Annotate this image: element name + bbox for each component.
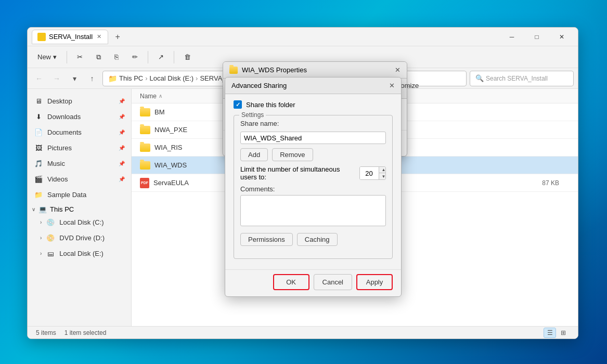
adv-close-button[interactable]: ✕ bbox=[389, 82, 395, 89]
local-e-icon: 🖴 bbox=[46, 249, 55, 258]
cut-button[interactable]: ✂ bbox=[71, 50, 88, 63]
this-pc-section[interactable]: ∨ 💻 This PC bbox=[28, 202, 131, 214]
rename-button[interactable]: ✏ bbox=[126, 50, 144, 63]
paste-button[interactable]: ⎘ bbox=[109, 50, 124, 63]
sidebar-pin-desktop: 📌 bbox=[119, 98, 125, 104]
permissions-button[interactable]: Permissions bbox=[240, 233, 293, 246]
sidebar-item-desktop[interactable]: 🖥 Desktop 📌 bbox=[28, 93, 131, 109]
sidebar-item-dvd-d[interactable]: › 📀 DVD Drive (D:) bbox=[28, 230, 131, 245]
sidebar-label-local-e: Local Disk (E:) bbox=[59, 250, 104, 257]
share-checkbox[interactable]: ✓ bbox=[234, 100, 242, 109]
sidebar-item-documents[interactable]: 📄 Documents 📌 bbox=[28, 124, 131, 140]
sidebar-label-local-c: Local Disk (C:) bbox=[59, 218, 104, 226]
tab-close-button[interactable]: ✕ bbox=[96, 32, 102, 41]
add-button[interactable]: Add bbox=[240, 148, 268, 161]
new-dropdown-icon: ▾ bbox=[53, 53, 57, 61]
sidebar-label-music: Music bbox=[47, 160, 65, 167]
folder-icon-bm bbox=[140, 108, 150, 116]
path-folder-icon: 📁 bbox=[108, 74, 117, 83]
pdf-icon-serva-eula: PDF bbox=[140, 178, 149, 188]
window-controls: ─ □ ✕ bbox=[500, 28, 574, 46]
copy-button[interactable]: ⧉ bbox=[91, 50, 107, 64]
sidebar-label-downloads: Downloads bbox=[47, 113, 81, 121]
settings-group-label: Settings bbox=[239, 111, 266, 119]
sidebar-label-desktop: Desktop bbox=[47, 97, 72, 105]
adv-footer: OK Cancel Apply bbox=[225, 269, 401, 296]
spinner-up-button[interactable]: ▲ bbox=[379, 167, 386, 173]
permissions-caching-row: Permissions Caching bbox=[240, 233, 386, 246]
new-tab-button[interactable]: + bbox=[110, 30, 125, 44]
props-close-button[interactable]: ✕ bbox=[395, 66, 401, 74]
forward-button[interactable]: → bbox=[49, 71, 64, 86]
checkbox-check-icon: ✓ bbox=[236, 101, 240, 108]
file-name-serva-eula: ServaEULA bbox=[153, 179, 189, 187]
up-button[interactable]: ↑ bbox=[85, 71, 99, 86]
user-limit-spinner: ▲ ▼ bbox=[359, 166, 386, 180]
caching-button[interactable]: Caching bbox=[297, 233, 338, 246]
sidebar-item-pictures[interactable]: 🖼 Pictures 📌 bbox=[28, 140, 131, 155]
adv-title: Advanced Sharing bbox=[231, 82, 287, 89]
share-name-input-row bbox=[240, 132, 386, 144]
add-remove-row: Add Remove bbox=[240, 148, 386, 161]
videos-icon: 🎬 bbox=[34, 174, 43, 184]
list-view-button[interactable]: ☰ bbox=[544, 328, 556, 338]
local-c-chevron: › bbox=[40, 219, 42, 225]
dvd-d-chevron: › bbox=[40, 235, 42, 241]
documents-icon: 📄 bbox=[34, 127, 43, 137]
sidebar-item-videos[interactable]: 🎬 Videos 📌 bbox=[28, 171, 131, 187]
file-name-wia-wds: WIA_WDS bbox=[154, 161, 187, 169]
back-button[interactable]: ← bbox=[32, 71, 46, 86]
local-c-icon: 💿 bbox=[46, 217, 55, 227]
explorer-tab[interactable]: SERVA_Install ✕ bbox=[32, 30, 108, 44]
sidebar-item-local-e[interactable]: › 🖴 Local Disk (E:) bbox=[28, 245, 131, 261]
props-folder-icon bbox=[229, 67, 238, 74]
spinner-buttons: ▲ ▼ bbox=[379, 167, 386, 179]
tiles-view-button[interactable]: ⊞ bbox=[557, 328, 570, 338]
file-name-wia-ris: WIA_RIS bbox=[154, 144, 182, 151]
this-pc-chevron: ∨ bbox=[32, 206, 35, 212]
share-name-input[interactable] bbox=[240, 132, 386, 144]
remove-button[interactable]: Remove bbox=[272, 148, 313, 161]
folder-icon-nwa-pxe bbox=[140, 126, 150, 134]
sample-data-icon: 📁 bbox=[34, 190, 43, 199]
search-box[interactable]: 🔍 Search SERVA_Install bbox=[470, 71, 574, 86]
share-icon: ↗ bbox=[158, 53, 164, 61]
sidebar-label-videos: Videos bbox=[47, 175, 68, 183]
minimize-button[interactable]: ─ bbox=[500, 28, 524, 46]
props-title-bar: WIA_WDS Properties ✕ bbox=[223, 62, 407, 79]
delete-icon: 🗑 bbox=[184, 53, 191, 61]
dvd-d-icon: 📀 bbox=[46, 233, 55, 242]
music-icon: 🎵 bbox=[34, 159, 43, 168]
comments-textarea[interactable] bbox=[240, 195, 386, 226]
sort-icon: ∧ bbox=[159, 93, 162, 99]
maximize-button[interactable]: □ bbox=[525, 28, 549, 46]
delete-button[interactable]: 🗑 bbox=[178, 50, 197, 63]
adv-apply-button[interactable]: Apply bbox=[356, 274, 393, 290]
adv-title-bar: Advanced Sharing ✕ bbox=[225, 77, 401, 94]
search-placeholder: Search SERVA_Install bbox=[486, 75, 548, 82]
spinner-input[interactable] bbox=[360, 167, 379, 179]
spinner-down-button[interactable]: ▼ bbox=[379, 173, 386, 179]
toolbar-separator bbox=[67, 51, 67, 63]
nav-dropdown-button[interactable]: ▾ bbox=[67, 71, 82, 86]
copy-icon: ⧉ bbox=[96, 53, 101, 61]
name-column-label: Name bbox=[140, 93, 157, 100]
share-this-folder-label: Share this folder bbox=[246, 101, 295, 109]
sidebar-pin-documents: 📌 bbox=[119, 129, 125, 135]
path-sep-1: › bbox=[145, 74, 147, 82]
folder-icon-wia-wds bbox=[140, 161, 150, 170]
share-button[interactable]: ↗ bbox=[152, 50, 170, 63]
items-count: 5 items bbox=[36, 329, 56, 336]
sidebar-label-sample-data: Sample Data bbox=[47, 191, 86, 199]
adv-ok-button[interactable]: OK bbox=[273, 274, 309, 290]
new-button[interactable]: New ▾ bbox=[32, 50, 62, 63]
adv-cancel-button[interactable]: Cancel bbox=[314, 274, 352, 290]
this-pc-icon: 💻 bbox=[38, 205, 47, 213]
sidebar-item-sample-data[interactable]: 📁 Sample Data bbox=[28, 187, 131, 202]
sidebar-item-downloads[interactable]: ⬇ Downloads 📌 bbox=[28, 109, 131, 124]
sidebar-item-music[interactable]: 🎵 Music 📌 bbox=[28, 155, 131, 171]
close-button[interactable]: ✕ bbox=[550, 28, 574, 46]
toolbar-separator-3 bbox=[174, 51, 174, 63]
folder-icon-wia-ris bbox=[140, 144, 150, 152]
sidebar-item-local-c[interactable]: › 💿 Local Disk (C:) bbox=[28, 214, 131, 230]
